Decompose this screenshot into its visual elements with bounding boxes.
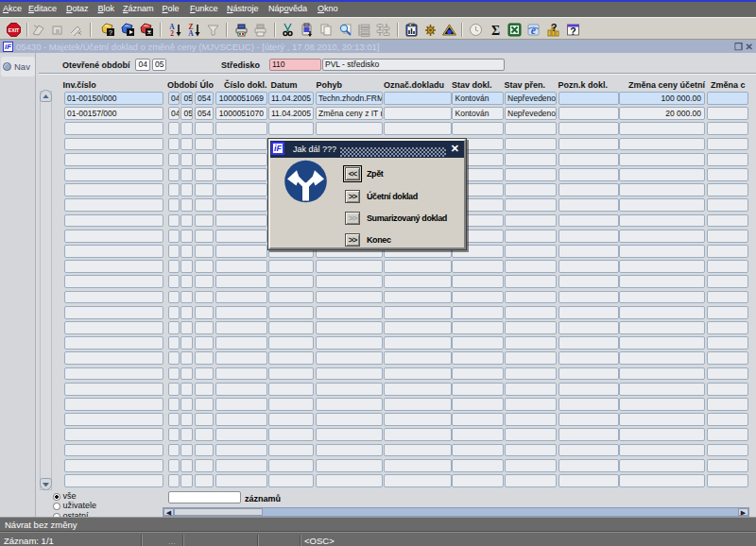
svg-text:?: ? — [551, 23, 558, 33]
svg-text:EXIT: EXIT — [9, 27, 20, 33]
svg-text:?: ? — [570, 25, 576, 36]
svg-text:e: e — [531, 24, 537, 37]
svg-text:A: A — [188, 29, 194, 37]
svg-text:2: 2 — [170, 29, 174, 37]
svg-text:Σ: Σ — [491, 24, 500, 37]
svg-text:?: ? — [109, 28, 112, 35]
